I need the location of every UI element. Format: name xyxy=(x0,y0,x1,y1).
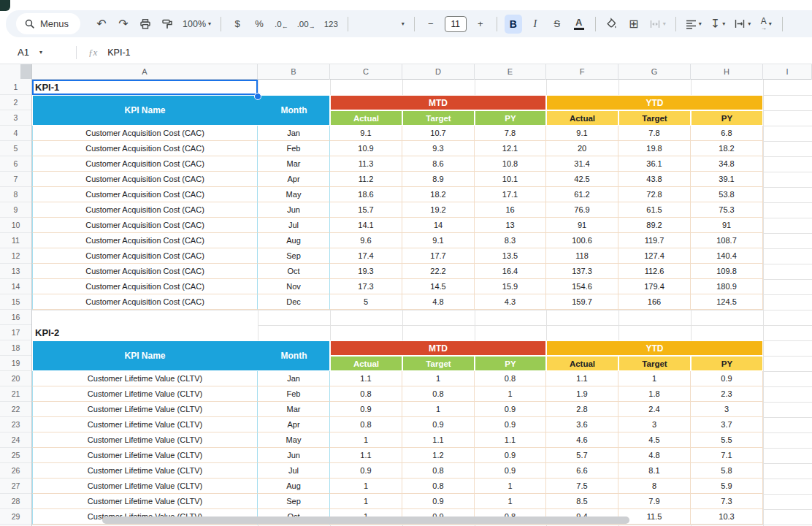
cell-C22[interactable]: 0.9 xyxy=(330,402,402,417)
cell-B14[interactable]: Nov xyxy=(258,279,330,294)
row-header-16[interactable]: 16 xyxy=(0,310,31,325)
cell-E22[interactable]: 0.9 xyxy=(475,402,546,417)
cell-A9[interactable]: Customer Acquisition Cost (CAC) xyxy=(32,202,258,218)
cell-D8[interactable]: 18.2 xyxy=(402,187,475,202)
cell-B4[interactable]: Jan xyxy=(258,126,330,141)
cell-B28[interactable]: Sep xyxy=(258,494,330,509)
cell-D10[interactable]: 14 xyxy=(402,218,475,233)
cell-A27[interactable]: Customer Lifetime Value (CLTV) xyxy=(32,479,258,494)
decrease-font-size-button[interactable]: − xyxy=(422,15,440,34)
cell-D15[interactable]: 4.8 xyxy=(402,294,475,310)
cell-E23[interactable]: 0.9 xyxy=(475,417,546,432)
cell-G6[interactable]: 36.1 xyxy=(618,156,691,172)
cell-C15[interactable]: 5 xyxy=(330,294,402,310)
cell-B11[interactable]: Aug xyxy=(258,233,330,248)
cell-F25[interactable]: 5.7 xyxy=(546,448,618,463)
cell-B26[interactable]: Jul xyxy=(258,463,330,479)
cell-C27[interactable]: 1 xyxy=(330,479,402,494)
row-header-13[interactable]: 13 xyxy=(0,264,31,279)
more-formats-button[interactable]: 123 xyxy=(322,15,340,34)
cell-F15[interactable]: 159.7 xyxy=(546,294,618,310)
cell-E7[interactable]: 10.1 xyxy=(475,172,546,187)
cell-H11[interactable]: 108.7 xyxy=(691,233,763,248)
cell-G24[interactable]: 4.5 xyxy=(618,432,691,448)
cell-D13[interactable]: 22.2 xyxy=(402,264,475,279)
row-header-24[interactable]: 24 xyxy=(0,432,31,448)
cell-D26[interactable]: 0.8 xyxy=(402,463,475,479)
cell-F10[interactable]: 91 xyxy=(546,218,618,233)
cell-C10[interactable]: 14.1 xyxy=(330,218,402,233)
cell-A10[interactable]: Customer Acquisition Cost (CAC) xyxy=(32,218,258,233)
cell-C23[interactable]: 0.8 xyxy=(330,417,402,432)
undo-button[interactable]: ↶ xyxy=(93,15,110,34)
row-header-2[interactable]: 2 xyxy=(0,95,31,110)
cell-A17[interactable]: KPI-2 xyxy=(32,325,258,340)
cell-H22[interactable]: 3 xyxy=(691,402,763,417)
cell-D5[interactable]: 9.3 xyxy=(402,141,475,156)
cell-B6[interactable]: Mar xyxy=(258,156,330,172)
cell-A28[interactable]: Customer Lifetime Value (CLTV) xyxy=(32,494,258,509)
text-color-button[interactable]: A xyxy=(570,15,588,34)
cell-C5[interactable]: 10.9 xyxy=(330,141,402,156)
row-header-23[interactable]: 23 xyxy=(0,417,31,432)
cell-E5[interactable]: 12.1 xyxy=(475,141,546,156)
row-header-11[interactable]: 11 xyxy=(0,233,31,248)
row-header-7[interactable]: 7 xyxy=(0,172,31,187)
row-header-9[interactable]: 9 xyxy=(0,202,31,218)
zoom-select[interactable]: 100% ▾ xyxy=(183,19,211,29)
cell-A23[interactable]: Customer Lifetime Value (CLTV) xyxy=(32,417,258,432)
cell-F7[interactable]: 42.5 xyxy=(546,172,618,187)
cell-B21[interactable]: Feb xyxy=(258,386,330,402)
column-header-D[interactable]: D xyxy=(402,64,475,80)
cell-H7[interactable]: 39.1 xyxy=(691,172,763,187)
cell-D9[interactable]: 19.2 xyxy=(402,202,475,218)
row-header-5[interactable]: 5 xyxy=(0,141,31,156)
cell-C7[interactable]: 11.2 xyxy=(330,172,402,187)
cell-G12[interactable]: 127.4 xyxy=(618,248,691,264)
row-header-6[interactable]: 6 xyxy=(0,156,31,172)
cell-B15[interactable]: Dec xyxy=(258,294,330,310)
cell-H15[interactable]: 124.5 xyxy=(691,294,763,310)
cell-B5[interactable]: Feb xyxy=(258,141,330,156)
cell-H9[interactable]: 75.3 xyxy=(691,202,763,218)
cell-H21[interactable]: 2.3 xyxy=(691,386,763,402)
cell-B27[interactable]: Aug xyxy=(258,479,330,494)
cell-B7[interactable]: Apr xyxy=(258,172,330,187)
cell-C25[interactable]: 1.1 xyxy=(330,448,402,463)
cell-E8[interactable]: 17.1 xyxy=(475,187,546,202)
row-header-27[interactable]: 27 xyxy=(0,479,31,494)
cell-C13[interactable]: 19.3 xyxy=(330,264,402,279)
vertical-align-button[interactable]: ↧ ▾ xyxy=(708,15,727,34)
cell-G9[interactable]: 61.5 xyxy=(618,202,691,218)
fill-handle[interactable] xyxy=(254,93,261,100)
merge-cells-button[interactable]: ▾ xyxy=(647,15,668,34)
cell-E24[interactable]: 1.1 xyxy=(475,432,546,448)
row-header-22[interactable]: 22 xyxy=(0,402,31,417)
cell-A13[interactable]: Customer Acquisition Cost (CAC) xyxy=(32,264,258,279)
cell-D12[interactable]: 17.7 xyxy=(402,248,475,264)
cell-D25[interactable]: 1.2 xyxy=(402,448,475,463)
cell-G25[interactable]: 4.8 xyxy=(618,448,691,463)
cell-G23[interactable]: 3 xyxy=(618,417,691,432)
cell-G11[interactable]: 119.7 xyxy=(618,233,691,248)
cell-E9[interactable]: 16 xyxy=(475,202,546,218)
cell-G15[interactable]: 166 xyxy=(618,294,691,310)
cell-H29[interactable]: 10.3 xyxy=(691,509,763,525)
cell-G27[interactable]: 8 xyxy=(618,479,691,494)
cell-G5[interactable]: 19.8 xyxy=(618,141,691,156)
cell-B24[interactable]: May xyxy=(258,432,330,448)
cell-C4[interactable]: 9.1 xyxy=(330,126,402,141)
cell-G21[interactable]: 1.8 xyxy=(618,386,691,402)
column-header-E[interactable]: E xyxy=(475,64,546,80)
cell-D20[interactable]: 1 xyxy=(402,371,475,386)
cell-H8[interactable]: 53.8 xyxy=(691,187,763,202)
font-size-input[interactable]: 11 xyxy=(445,16,467,32)
cell-G14[interactable]: 179.4 xyxy=(618,279,691,294)
cell-A6[interactable]: Customer Acquisition Cost (CAC) xyxy=(32,156,258,172)
redo-button[interactable]: ↷ xyxy=(115,15,132,34)
row-header-26[interactable]: 26 xyxy=(0,463,31,479)
cell-C8[interactable]: 18.6 xyxy=(330,187,402,202)
cell-F6[interactable]: 31.4 xyxy=(546,156,618,172)
row-header-4[interactable]: 4 xyxy=(0,126,31,141)
row-header-21[interactable]: 21 xyxy=(0,386,31,402)
